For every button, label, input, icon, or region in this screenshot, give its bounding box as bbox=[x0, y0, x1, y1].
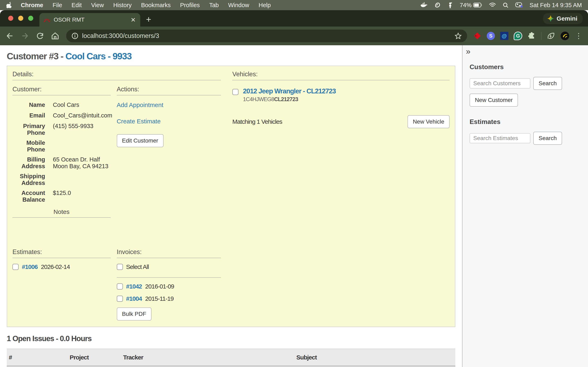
menu-history[interactable]: History bbox=[113, 2, 132, 8]
add-appointment-link[interactable]: Add Appointment bbox=[117, 101, 221, 108]
extension-redshield-icon[interactable] bbox=[473, 32, 481, 40]
url-text[interactable]: localhost:3000/customers/3 bbox=[82, 32, 451, 40]
collapse-sidebar-icon[interactable]: » bbox=[466, 47, 470, 56]
page-title: Customer #3 - Cool Cars - 9933 bbox=[7, 51, 462, 62]
extension-icons: S @ G ⋮ bbox=[473, 31, 582, 41]
header-project: Project bbox=[37, 349, 121, 366]
new-customer-button[interactable]: New Customer bbox=[470, 94, 518, 107]
customer-heading: Customer: bbox=[12, 86, 111, 95]
battery-saver-leaf-icon[interactable] bbox=[547, 32, 555, 40]
spotlight-icon[interactable] bbox=[503, 2, 508, 8]
field-value: 65 Ocean Dr. Half Moon Bay, CA 94213 bbox=[53, 156, 112, 170]
invoice-date: 2015-11-19 bbox=[145, 295, 173, 302]
field-label: Name bbox=[12, 101, 45, 109]
invoice-item: #1004 2015-11-19 bbox=[117, 295, 221, 302]
site-info-icon[interactable] bbox=[71, 33, 78, 39]
estimates-heading: Estimates: bbox=[12, 248, 111, 258]
search-customers-input[interactable] bbox=[470, 78, 530, 89]
menubar-clock[interactable]: Sat Feb 14 9:35 AM bbox=[530, 2, 582, 8]
invoice-link[interactable]: #1042 bbox=[126, 283, 142, 290]
profile-avatar[interactable] bbox=[560, 31, 570, 41]
select-all-checkbox[interactable] bbox=[117, 264, 123, 270]
extension-grammarly-icon[interactable]: G bbox=[514, 32, 522, 40]
field-value: $125.0 bbox=[53, 190, 112, 203]
vin-suffix: CL212723 bbox=[274, 96, 298, 102]
extensions-puzzle-icon[interactable] bbox=[527, 32, 536, 40]
invoices-column: Invoices: Select All #1042 2016-01-09 bbox=[117, 248, 221, 320]
customer-column: Customer: Name Cool Cars Email Cool_Cars… bbox=[12, 86, 117, 218]
wifi-icon[interactable] bbox=[489, 2, 496, 8]
forward-button[interactable] bbox=[21, 32, 30, 40]
menu-bookmarks[interactable]: Bookmarks bbox=[141, 2, 171, 8]
details-heading: Details: bbox=[12, 71, 221, 80]
right-sidebar: » Customers Search New Customer Estimate… bbox=[462, 45, 588, 367]
new-vehicle-button[interactable]: New Vehicle bbox=[407, 115, 450, 128]
close-window-button[interactable] bbox=[8, 16, 13, 21]
customer-fields: Name Cool Cars Email Cool_Cars@intuit.co… bbox=[12, 101, 111, 203]
menu-file[interactable]: File bbox=[53, 2, 62, 8]
menu-tab[interactable]: Tab bbox=[209, 2, 219, 8]
tab-favicon bbox=[44, 17, 50, 23]
customer-name-link[interactable]: Cool Cars - 9933 bbox=[65, 51, 131, 61]
menu-chrome[interactable]: Chrome bbox=[21, 2, 43, 8]
invoice-link[interactable]: #1004 bbox=[126, 295, 142, 302]
vin-prefix: 1C4HJWEG8 bbox=[243, 96, 274, 102]
field-value: (415) 555-9933 bbox=[53, 123, 112, 136]
extension-at-icon[interactable]: @ bbox=[500, 32, 508, 40]
apple-logo-icon[interactable] bbox=[6, 2, 11, 8]
bulk-pdf-button[interactable]: Bulk PDF bbox=[117, 308, 151, 320]
customer-details-panel: Details: Customer: Name Cool Cars Email … bbox=[7, 66, 455, 327]
user-switch-icon[interactable] bbox=[515, 2, 523, 8]
minimize-window-button[interactable] bbox=[18, 16, 23, 21]
bookmark-star-icon[interactable] bbox=[454, 32, 462, 40]
battery-status[interactable]: 74% bbox=[460, 2, 482, 8]
menu-profiles[interactable]: Profiles bbox=[180, 2, 200, 8]
new-tab-button[interactable]: + bbox=[146, 14, 151, 25]
invoice-checkbox[interactable] bbox=[117, 296, 123, 302]
menu-view[interactable]: View bbox=[91, 2, 104, 8]
header-tracker: Tracker bbox=[121, 349, 158, 366]
field-label: Account Balance bbox=[12, 190, 45, 203]
field-label: Email bbox=[12, 112, 45, 119]
create-estimate-link[interactable]: Create Estimate bbox=[117, 118, 221, 125]
estimate-link[interactable]: #1006 bbox=[22, 263, 38, 270]
select-all-label: Select All bbox=[126, 263, 149, 270]
search-estimates-button[interactable]: Search bbox=[533, 132, 562, 145]
search-estimates-input[interactable] bbox=[470, 133, 530, 143]
tab-osor-rmt[interactable]: OSOR RMT ✕ bbox=[39, 13, 140, 26]
chrome-menu-icon[interactable]: ⋮ bbox=[575, 34, 582, 38]
vehicle-checkbox[interactable] bbox=[232, 89, 238, 95]
search-customers-button[interactable]: Search bbox=[533, 77, 562, 90]
estimates-column: Estimates: #1006 2026-02-14 bbox=[12, 248, 117, 320]
invoice-checkbox[interactable] bbox=[117, 284, 123, 290]
extension-s-icon[interactable]: S bbox=[487, 32, 495, 40]
select-all-row: Select All bbox=[117, 263, 221, 270]
menu-window[interactable]: Window bbox=[228, 2, 249, 8]
edit-customer-button[interactable]: Edit Customer bbox=[117, 134, 164, 147]
back-button[interactable] bbox=[6, 32, 15, 40]
traffic-lights bbox=[8, 16, 33, 21]
orbstack-icon[interactable] bbox=[434, 2, 441, 8]
docker-icon[interactable] bbox=[421, 2, 428, 8]
actions-heading: Actions: bbox=[117, 86, 221, 95]
home-button[interactable] bbox=[51, 32, 60, 40]
menu-edit[interactable]: Edit bbox=[71, 2, 82, 8]
invoices-divider bbox=[117, 277, 221, 278]
issue-row: 77 Redmine Testing Install Teraflex Jk: … bbox=[7, 366, 455, 367]
reload-button[interactable] bbox=[36, 32, 45, 40]
tab-close-icon[interactable]: ✕ bbox=[131, 16, 136, 24]
vehicle-link[interactable]: 2012 Jeep Wrangler - CL212723 bbox=[243, 87, 336, 95]
vehicle-vin: 1C4HJWEG8CL212723 bbox=[243, 96, 336, 103]
browser-toolbar: localhost:3000/customers/3 S @ G bbox=[0, 26, 588, 45]
address-bar[interactable]: localhost:3000/customers/3 bbox=[66, 30, 467, 42]
field-value: Cool Cars bbox=[53, 101, 112, 109]
gemini-button[interactable]: Gemini bbox=[543, 13, 583, 24]
gnome-icon[interactable] bbox=[448, 2, 453, 8]
estimate-item: #1006 2026-02-14 bbox=[12, 263, 111, 270]
menu-help[interactable]: Help bbox=[259, 2, 271, 8]
estimate-checkbox[interactable] bbox=[12, 264, 18, 270]
gemini-label: Gemini bbox=[557, 15, 577, 22]
zoom-window-button[interactable] bbox=[28, 16, 33, 21]
field-label: Shipping Address bbox=[12, 173, 45, 186]
tab-title: OSOR RMT bbox=[54, 17, 127, 23]
